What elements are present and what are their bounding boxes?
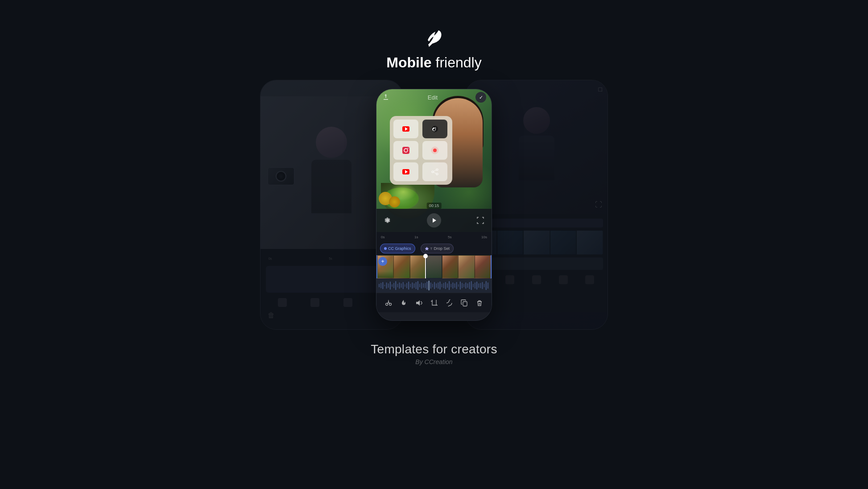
title-light: friendly: [436, 54, 482, 70]
svg-rect-38: [414, 283, 415, 288]
svg-rect-35: [408, 282, 409, 290]
svg-rect-58: [451, 284, 451, 287]
audio-icon[interactable]: [413, 298, 424, 308]
svg-rect-33: [405, 284, 405, 287]
timestamp: 00:15: [427, 203, 442, 209]
menu-item-instagram[interactable]: [393, 141, 418, 160]
playhead-dot: [423, 254, 428, 258]
svg-rect-69: [471, 281, 472, 290]
svg-rect-73: [478, 283, 479, 288]
footer-subtitle: By CCreation: [415, 358, 452, 365]
svg-rect-48: [432, 284, 433, 287]
filmstrip-container: +: [376, 255, 492, 293]
icon-stub-1: [278, 298, 287, 307]
context-menu: [390, 116, 452, 185]
person-shape-left: [305, 127, 358, 216]
menu-item-youtube[interactable]: [393, 120, 418, 138]
svg-rect-29: [397, 284, 398, 287]
svg-rect-24: [388, 283, 389, 288]
svg-rect-59: [452, 282, 453, 289]
svg-marker-84: [416, 300, 420, 306]
play-button[interactable]: [427, 213, 441, 228]
filmstrip-frames: [377, 255, 491, 278]
svg-point-13: [432, 171, 434, 173]
svg-rect-85: [463, 302, 467, 306]
svg-rect-40: [417, 281, 418, 290]
svg-line-82: [389, 302, 389, 304]
svg-rect-75: [482, 282, 483, 289]
delete-icon[interactable]: [474, 298, 485, 308]
svg-rect-50: [436, 283, 437, 288]
svg-rect-53: [442, 284, 442, 287]
svg-marker-17: [433, 218, 436, 223]
right-icon-3: [532, 275, 541, 284]
camera-shape: [268, 167, 294, 185]
svg-rect-67: [467, 283, 468, 288]
right-frame-4: [550, 230, 577, 255]
svg-point-7: [408, 148, 409, 149]
svg-rect-78: [488, 282, 488, 289]
svg-rect-63: [460, 282, 461, 290]
filmstrip-main: [376, 255, 492, 278]
add-clip-button[interactable]: +: [378, 257, 387, 266]
drop-set-chip[interactable]: T Drop Set: [421, 244, 454, 253]
icon-stub-2: [310, 298, 319, 307]
svg-rect-55: [445, 282, 446, 289]
svg-rect-49: [434, 282, 435, 289]
right-frame-5: [576, 230, 603, 255]
svg-rect-72: [476, 282, 477, 290]
svg-rect-54: [443, 283, 444, 288]
svg-rect-44: [425, 283, 426, 288]
footer-title: Templates for creators: [371, 342, 497, 356]
waveform-svg: [379, 278, 489, 293]
tracks-header: CC Graphics T Drop Set: [376, 242, 492, 255]
edit-label[interactable]: Edit: [428, 94, 438, 101]
logo-feather-icon: [423, 27, 445, 49]
svg-rect-26: [392, 284, 393, 287]
svg-rect-65: [463, 284, 464, 287]
video-preview: Edit ✓: [376, 89, 492, 232]
speed-icon[interactable]: [398, 298, 409, 308]
film-frame-2: [393, 255, 409, 278]
cc-dot: [384, 247, 387, 250]
check-circle-main[interactable]: ✓: [475, 92, 486, 103]
svg-rect-39: [416, 282, 417, 289]
cc-graphics-chip[interactable]: CC Graphics: [380, 244, 415, 253]
audio-waveform: [376, 278, 492, 293]
svg-rect-68: [469, 282, 470, 289]
copy-icon[interactable]: [459, 298, 470, 308]
svg-marker-18: [425, 247, 429, 250]
menu-item-share[interactable]: [422, 162, 447, 181]
header: Mobile friendly: [386, 27, 481, 71]
svg-rect-32: [403, 282, 404, 289]
film-frame-5: [442, 255, 458, 278]
svg-rect-20: [380, 283, 381, 288]
upload-icon[interactable]: [382, 93, 390, 101]
svg-rect-22: [384, 285, 385, 286]
gear-control-icon[interactable]: [383, 215, 393, 225]
svg-rect-23: [386, 282, 387, 289]
play-controls: [376, 209, 492, 232]
svg-rect-21: [382, 282, 383, 289]
svg-rect-52: [439, 282, 440, 290]
right-frame-2: [497, 230, 524, 255]
fullscreen-icon-right: ⛶: [595, 201, 602, 209]
svg-rect-45: [426, 282, 427, 290]
svg-rect-19: [379, 284, 380, 287]
svg-rect-41: [419, 284, 420, 287]
right-icon-2: [505, 275, 514, 284]
person-body: [311, 160, 351, 213]
waveform-bars: [376, 278, 492, 293]
svg-rect-57: [449, 281, 450, 290]
menu-item-youtube2[interactable]: [393, 162, 418, 181]
svg-rect-31: [401, 283, 402, 288]
video-topbar: Edit ✓: [376, 89, 492, 105]
scissors-icon[interactable]: [383, 298, 394, 308]
loop-icon[interactable]: [444, 298, 455, 308]
menu-item-record[interactable]: [422, 141, 447, 160]
fullscreen-control-icon[interactable]: [475, 215, 485, 225]
crop-icon[interactable]: [429, 298, 439, 308]
svg-line-16: [434, 172, 436, 174]
menu-item-tiktok[interactable]: [422, 120, 447, 138]
playhead-line: [425, 255, 426, 278]
